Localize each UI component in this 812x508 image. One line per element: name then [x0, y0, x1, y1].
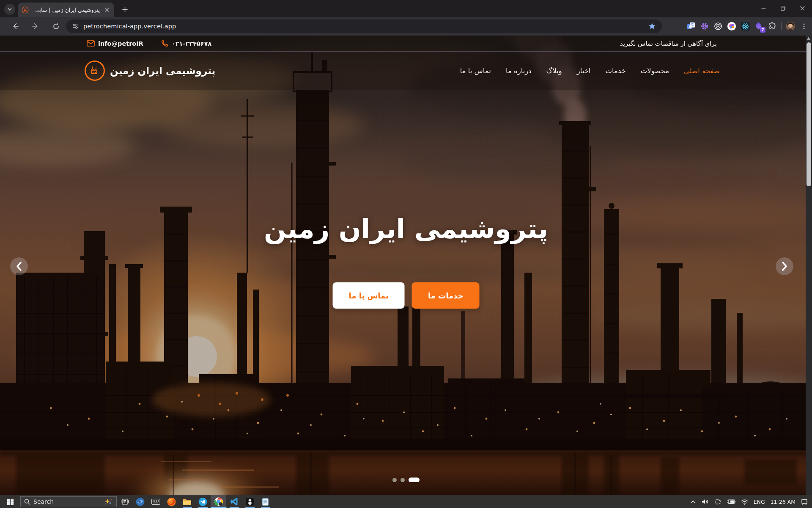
brand-name: پتروشیمی ایران زمین: [110, 65, 215, 76]
logo-ring: [85, 61, 105, 81]
firefox-button[interactable]: [164, 495, 179, 508]
tab-search-button[interactable]: [4, 4, 15, 15]
vscode-icon: [230, 497, 239, 506]
bookmark-star-icon[interactable]: [648, 22, 656, 30]
brain-extension-icon[interactable]: [727, 22, 736, 31]
email-contact[interactable]: info@petroIR: [87, 40, 143, 47]
battery-charging-icon[interactable]: [727, 499, 735, 504]
windows-logo-icon: [7, 499, 14, 505]
touch-keyboard-button[interactable]: [148, 495, 164, 508]
arrow-left-icon: [11, 22, 19, 30]
forward-button[interactable]: [30, 21, 41, 31]
browser-tab[interactable]: پتروشیمی ایران زمین | سایت صنع: [18, 3, 114, 17]
people-app-button[interactable]: [132, 495, 148, 508]
url-text[interactable]: petrochemical-app.vercel.app: [83, 23, 644, 30]
language-indicator[interactable]: ENG: [754, 499, 765, 505]
circles-extension-icon[interactable]: [713, 22, 723, 31]
nav-item-services[interactable]: خدمات: [606, 67, 626, 75]
carousel-next-button[interactable]: [776, 257, 793, 275]
notepad-button[interactable]: [258, 495, 273, 508]
nav-item-about[interactable]: درباره ما: [506, 67, 532, 75]
factory-icon: [89, 65, 100, 76]
url-bar[interactable]: petrochemical-app.vercel.app: [66, 19, 662, 33]
nav-item-products[interactable]: محصولات: [641, 67, 669, 75]
chevron-left-icon: [16, 262, 22, 271]
nav-item-blog[interactable]: وبلاگ: [546, 67, 562, 75]
chevron-down-icon: [7, 7, 12, 12]
site-favicon-factory-icon: [22, 6, 29, 14]
services-button[interactable]: خدمات ما: [412, 282, 480, 309]
tenders-tagline: برای آگاهی از مناقصات تماس بگیرید: [620, 40, 717, 47]
contact-button[interactable]: تماس با ما: [333, 282, 405, 309]
profile-avatar[interactable]: [786, 22, 795, 31]
action-center-icon[interactable]: [801, 499, 808, 505]
gear-extension-icon[interactable]: [700, 22, 709, 31]
window-close-button[interactable]: [793, 0, 812, 16]
telegram-icon: [198, 497, 207, 506]
top-contact-bar: info@petroIR ۰۲۱-۲۳۴۵۶۷۸ برای آگاهی از م…: [0, 36, 812, 52]
task-view-button[interactable]: [117, 495, 132, 508]
page-scrollbar[interactable]: [806, 36, 812, 495]
translate-extension-icon[interactable]: [686, 22, 696, 31]
firefox-icon: [167, 497, 176, 506]
start-button[interactable]: [0, 495, 20, 508]
clock[interactable]: 11:26 AM: [771, 499, 796, 505]
tune-icon: [72, 23, 79, 30]
page-viewport: info@petroIR ۰۲۱-۲۳۴۵۶۷۸ برای آگاهی از م…: [0, 36, 812, 495]
carousel-dot-3-active[interactable]: [409, 478, 420, 482]
layers-extension-icon[interactable]: 7: [754, 22, 763, 31]
file-explorer-button[interactable]: [179, 495, 195, 508]
arrow-right-icon: [32, 22, 39, 30]
wifi-icon[interactable]: [741, 499, 748, 505]
new-tab-button[interactable]: [119, 4, 130, 15]
dark-app-icon: [246, 497, 254, 506]
hero-refinery-image: [0, 36, 812, 495]
keyboard-icon: [151, 499, 160, 505]
windows-taskbar: Search: [0, 495, 812, 508]
brand-logo[interactable]: پتروشیمی ایران زمین: [85, 61, 215, 81]
extensions-row: 7: [686, 20, 809, 33]
scrollbar-up-arrow[interactable]: [807, 37, 810, 40]
carousel-dot-1[interactable]: [392, 478, 397, 482]
envelope-icon: [87, 40, 95, 47]
react-extension-icon[interactable]: [741, 22, 750, 31]
scrollbar-thumb[interactable]: [807, 42, 811, 186]
kebab-menu-icon: [801, 23, 807, 30]
phone-contact[interactable]: ۰۲۱-۲۳۴۵۶۷۸: [161, 40, 212, 47]
notepad-icon: [262, 497, 269, 506]
phone-icon: [161, 40, 168, 47]
telegram-button[interactable]: [195, 495, 211, 508]
browser-menu-button[interactable]: [799, 22, 809, 31]
main-navigation: صفحه اصلی محصولات خدمات اخبار وبلاگ دربا…: [460, 67, 720, 75]
taskbar-search-box[interactable]: Search: [20, 496, 117, 507]
minimize-icon: [761, 6, 766, 11]
task-view-icon: [121, 498, 129, 505]
tray-expand-chevron-icon[interactable]: [690, 500, 696, 504]
nav-item-contact[interactable]: تماس با ما: [460, 67, 491, 75]
carousel-dot-2[interactable]: [401, 478, 405, 482]
back-button[interactable]: [10, 21, 20, 31]
nav-item-home[interactable]: صفحه اصلی: [684, 67, 720, 75]
close-icon: [800, 6, 805, 11]
vscode-button[interactable]: [226, 495, 242, 508]
chrome-icon: [214, 497, 223, 506]
copilot-sparkles-icon: [104, 498, 113, 505]
desktop-screen: پتروشیمی ایران زمین | سایت صنع: [0, 0, 812, 508]
folder-icon: [183, 498, 192, 505]
tab-close-button[interactable]: [103, 6, 110, 14]
dark-app-button[interactable]: [242, 495, 258, 508]
hero-title: پتروشیمی ایران زمین: [0, 213, 812, 244]
reload-icon: [52, 23, 60, 30]
tray-app-icon[interactable]: [714, 499, 721, 505]
reload-button[interactable]: [51, 21, 61, 31]
nav-item-news[interactable]: اخبار: [577, 67, 591, 75]
chrome-button[interactable]: [211, 495, 226, 508]
window-restore-button[interactable]: [773, 0, 793, 16]
blue-round-app-icon: [136, 497, 145, 506]
window-minimize-button[interactable]: [754, 0, 773, 16]
hero-buttons: خدمات ما تماس با ما: [333, 282, 480, 309]
extensions-puzzle-icon[interactable]: [768, 22, 777, 31]
carousel-prev-button[interactable]: [10, 257, 28, 275]
extension-badge: 7: [760, 27, 765, 33]
volume-icon[interactable]: [702, 499, 709, 505]
